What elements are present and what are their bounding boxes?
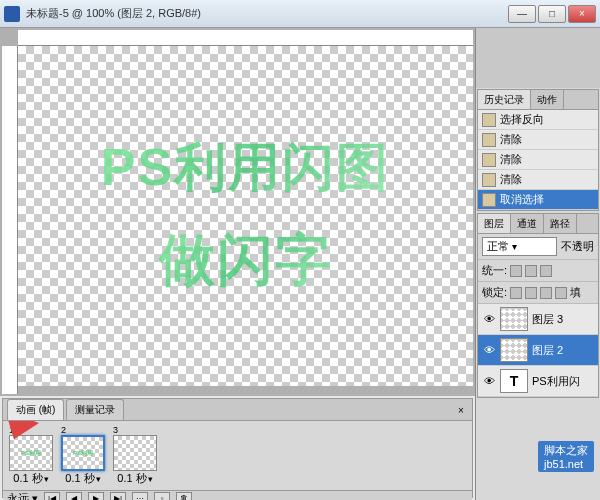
history-step-icon xyxy=(482,153,496,167)
layers-list: 👁 图层 3 👁 图层 2 👁 T PS利用闪 xyxy=(478,304,598,397)
canvas-text-line2: 做闪字 xyxy=(159,223,333,299)
opacity-label: 不透明 xyxy=(561,239,594,254)
left-column: PS利用闪图 做闪字 动画 (帧) 测量记录 × 1 PS利用 0.1 秒▾ 2… xyxy=(0,28,475,500)
lock-transparency-icon[interactable] xyxy=(510,287,522,299)
history-step-icon xyxy=(482,173,496,187)
history-panel: 历史记录 动作 选择反向 清除 清除 清除 取消选择 xyxy=(477,89,599,211)
history-step-icon xyxy=(482,193,496,207)
history-item[interactable]: 清除 xyxy=(478,150,598,170)
lock-position-icon[interactable] xyxy=(540,287,552,299)
minimize-button[interactable]: — xyxy=(508,5,536,23)
tab-channels[interactable]: 通道 xyxy=(511,214,544,233)
layers-panel-tabs: 图层 通道 路径 xyxy=(478,214,598,234)
frame-thumbnail[interactable]: PS利用 xyxy=(61,435,105,471)
animation-frame[interactable]: 3 0.1 秒▾ xyxy=(111,425,159,486)
unify-position-icon[interactable] xyxy=(510,265,522,277)
unify-style-icon[interactable] xyxy=(540,265,552,277)
lock-pixels-icon[interactable] xyxy=(525,287,537,299)
animation-panel-close-icon[interactable]: × xyxy=(454,403,468,417)
frame-delay[interactable]: 0.1 秒▾ xyxy=(13,471,48,486)
tab-layers[interactable]: 图层 xyxy=(478,214,511,233)
history-list: 选择反向 清除 清除 清除 取消选择 xyxy=(478,110,598,210)
layers-panel: 图层 通道 路径 正常 ▾ 不透明 统一: 锁定: 填 xyxy=(477,213,599,398)
layer-thumbnail[interactable] xyxy=(500,338,528,362)
layer-thumbnail[interactable] xyxy=(500,307,528,331)
history-panel-tabs: 历史记录 动作 xyxy=(478,90,598,110)
tween-button[interactable]: ⋯ xyxy=(132,492,148,501)
lock-label: 锁定: xyxy=(482,285,507,300)
close-button[interactable]: × xyxy=(568,5,596,23)
tab-history[interactable]: 历史记录 xyxy=(478,90,531,109)
history-item[interactable]: 选择反向 xyxy=(478,110,598,130)
canvas-area: PS利用闪图 做闪字 xyxy=(0,28,475,396)
delete-frame-button[interactable]: 🗑 xyxy=(176,492,192,501)
right-panels-column: 历史记录 动作 选择反向 清除 清除 清除 取消选择 图层 通道 路径 正常 ▾… xyxy=(475,28,600,500)
animation-tabs: 动画 (帧) 测量记录 × xyxy=(3,399,472,421)
frame-delay[interactable]: 0.1 秒▾ xyxy=(65,471,100,486)
history-item[interactable]: 清除 xyxy=(478,170,598,190)
layers-lock-row: 锁定: 填 xyxy=(478,282,598,304)
layers-unify-row: 统一: xyxy=(478,260,598,282)
main-area: PS利用闪图 做闪字 动画 (帧) 测量记录 × 1 PS利用 0.1 秒▾ 2… xyxy=(0,28,600,500)
loop-mode-dropdown[interactable]: 永远 ▾ xyxy=(7,491,38,500)
tab-actions[interactable]: 动作 xyxy=(531,90,564,109)
play-button[interactable]: ▶ xyxy=(88,492,104,501)
history-step-icon xyxy=(482,133,496,147)
lock-all-icon[interactable] xyxy=(555,287,567,299)
tab-measurement-log[interactable]: 测量记录 xyxy=(66,399,124,420)
tab-paths[interactable]: 路径 xyxy=(544,214,577,233)
blend-mode-dropdown[interactable]: 正常 ▾ xyxy=(482,237,557,256)
app-icon xyxy=(4,6,20,22)
layer-item[interactable]: 👁 图层 2 xyxy=(478,335,598,366)
layer-item[interactable]: 👁 T PS利用闪 xyxy=(478,366,598,397)
layer-visibility-eye-icon[interactable]: 👁 xyxy=(482,343,496,357)
document-canvas[interactable]: PS利用闪图 做闪字 xyxy=(18,46,473,386)
layers-blend-row: 正常 ▾ 不透明 xyxy=(478,234,598,260)
frame-delay[interactable]: 0.1 秒▾ xyxy=(117,471,152,486)
layer-visibility-eye-icon[interactable]: 👁 xyxy=(482,312,496,326)
unify-visibility-icon[interactable] xyxy=(525,265,537,277)
layer-visibility-eye-icon[interactable]: 👁 xyxy=(482,374,496,388)
maximize-button[interactable]: □ xyxy=(538,5,566,23)
layer-thumbnail-text-icon[interactable]: T xyxy=(500,369,528,393)
frame-number: 2 xyxy=(59,425,66,435)
history-item[interactable]: 清除 xyxy=(478,130,598,150)
animation-frame[interactable]: 2 PS利用 0.1 秒▾ xyxy=(59,425,107,486)
prev-frame-button[interactable]: ◀ xyxy=(66,492,82,501)
layer-name[interactable]: PS利用闪 xyxy=(532,374,580,389)
canvas-text-line1: PS利用闪图 xyxy=(101,133,390,203)
window-title: 未标题-5 @ 100% (图层 2, RGB/8#) xyxy=(26,6,508,21)
animation-panel: 动画 (帧) 测量记录 × 1 PS利用 0.1 秒▾ 2 PS利用 0.1 秒… xyxy=(2,398,473,498)
window-controls: — □ × xyxy=(508,5,596,23)
unify-label: 统一: xyxy=(482,263,507,278)
fill-label: 填 xyxy=(570,285,581,300)
first-frame-button[interactable]: |◀ xyxy=(44,492,60,501)
history-item[interactable]: 取消选择 xyxy=(478,190,598,210)
history-step-icon xyxy=(482,113,496,127)
frame-number: 3 xyxy=(111,425,118,435)
layer-item[interactable]: 👁 图层 3 xyxy=(478,304,598,335)
ruler-vertical[interactable] xyxy=(2,46,18,394)
new-frame-button[interactable]: ▫ xyxy=(154,492,170,501)
ruler-horizontal[interactable] xyxy=(18,30,473,46)
frame-thumbnail[interactable] xyxy=(113,435,157,471)
layer-name[interactable]: 图层 3 xyxy=(532,312,563,327)
layer-name[interactable]: 图层 2 xyxy=(532,343,563,358)
next-frame-button[interactable]: ▶| xyxy=(110,492,126,501)
watermark: 脚本之家 jb51.net xyxy=(538,441,594,472)
panel-spacer xyxy=(476,28,600,88)
tab-animation-frames[interactable]: 动画 (帧) xyxy=(7,399,64,420)
animation-frames-strip: 1 PS利用 0.1 秒▾ 2 PS利用 0.1 秒▾ 3 0.1 秒▾ xyxy=(3,421,472,490)
animation-controls: 永远 ▾ |◀ ◀ ▶ ▶| ⋯ ▫ 🗑 xyxy=(3,490,472,500)
window-titlebar: 未标题-5 @ 100% (图层 2, RGB/8#) — □ × xyxy=(0,0,600,28)
